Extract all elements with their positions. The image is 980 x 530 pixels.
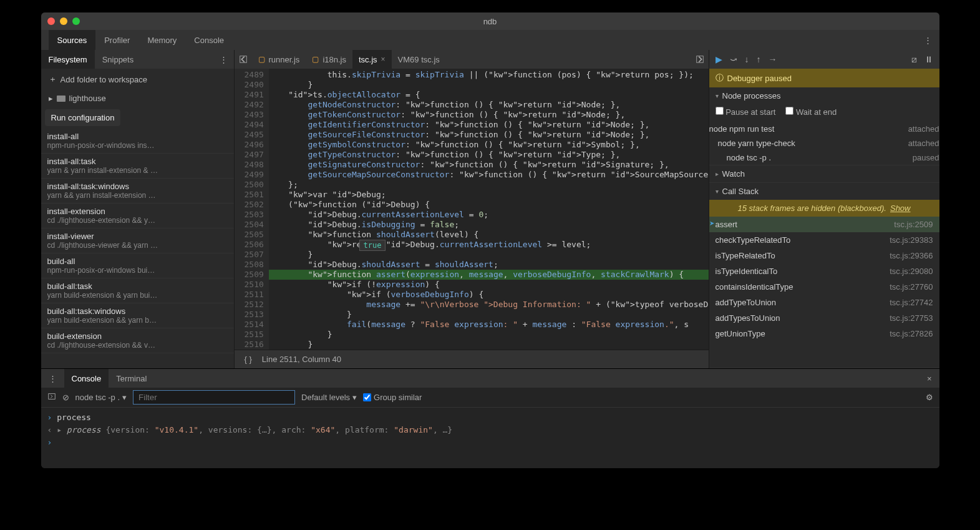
folder-icon [57,96,65,102]
script-item[interactable]: install-all:task:windowsyarn && yarn ins… [41,179,234,204]
script-item[interactable]: install-allnpm-run-posix-or-windows ins… [41,129,234,154]
stack-frame[interactable]: checkTypeRelatedTotsc.js:29383 [709,232,939,248]
stack-frame[interactable]: asserttsc.js:2509 [709,217,939,232]
resume-icon[interactable]: ▶ [716,54,722,64]
file-tab-label: tsc.js [359,55,377,64]
checkbox-label: Group similar [374,393,422,402]
console-line[interactable]: › process [47,411,933,424]
script-item[interactable]: build-allnpm-run-posix-or-windows bui… [41,253,234,278]
file-tab-tsc[interactable]: tsc.js× [352,50,392,69]
nav-back-icon[interactable] [235,50,252,69]
script-name: build-all [47,257,228,266]
step-out-icon[interactable]: ↑ [757,54,761,64]
window-title: ndb [41,17,939,26]
gear-icon[interactable]: ⚙ [926,393,933,402]
frame-location: tsc.js:29383 [890,235,933,245]
tree-item-lighthouse[interactable]: ▸ lighthouse [41,90,234,107]
stack-frame[interactable]: containsIdenticalTypetsc.js:27760 [709,279,939,295]
sidebar-menu-icon[interactable]: ⋮ [213,50,234,69]
levels-label: Default levels [301,393,350,402]
show-link[interactable]: Show [890,204,911,213]
console-output[interactable]: › process‹ ▸ process {version: "v10.4.1"… [41,408,939,468]
frame-location: tsc.js:27742 [890,298,933,307]
filter-input[interactable] [133,390,295,405]
console-prompt[interactable]: › [47,436,933,449]
script-item[interactable]: install-viewercd ./lighthouse-viewer && … [41,228,234,253]
call-stack-header[interactable]: ▾Call Stack [709,183,939,200]
tab-filesystem[interactable]: Filesystem [41,50,95,69]
pause-at-start-checkbox[interactable]: Pause at start [716,107,776,117]
drawer-menu-icon[interactable]: ⋮ [41,369,64,388]
tab-memory[interactable]: Memory [138,30,185,50]
section-title: Watch [722,169,745,179]
frame-name: isTypeRelatedTo [716,251,775,260]
script-item[interactable]: build-all:taskyarn build-extension & yar… [41,278,234,303]
stack-frame[interactable]: addTypeToUniontsc.js:27742 [709,295,939,310]
process-item[interactable]: node npm run testattached [709,122,939,136]
context-selector[interactable]: node tsc -p . ▾ [75,393,127,402]
close-drawer-icon[interactable]: × [919,369,939,388]
clear-console-icon[interactable]: ⊘ [62,393,69,402]
section-title: Call Stack [722,187,759,196]
frame-name: addTypeToUnion [716,298,777,307]
tab-profiler[interactable]: Profiler [95,30,138,50]
script-cmd: yarn build-extension & yarn bui… [47,291,228,300]
main-menu-icon[interactable]: ⋮ [916,30,939,50]
file-tab-label: runner.js [269,55,300,64]
frame-location: tsc.js:2509 [894,220,933,229]
chevron-right-icon: ▸ [716,170,719,177]
chevron-down-icon: ▾ [716,188,719,195]
process-name: node tsc -p . [727,153,772,162]
chevron-right-icon: ▸ [49,94,53,103]
section-title: Node processes [722,91,781,101]
script-item[interactable]: build-extensioncd ./lighthouse-extension… [41,328,234,353]
watch-header[interactable]: ▸Watch [709,165,939,182]
file-tab-runner[interactable]: ▢runner.js [252,50,306,69]
script-item[interactable]: install-extensioncd ./lighthouse-extensi… [41,204,234,228]
script-cmd: cd ./lighthouse-extension && v… [47,341,228,350]
deactivate-breakpoints-icon[interactable]: ⧄ [911,54,917,65]
stack-frame[interactable]: isTypeRelatedTotsc.js:29366 [709,248,939,263]
tab-terminal[interactable]: Terminal [109,369,154,388]
console-toolbar: ⊘ node tsc -p . ▾ Default levels ▾ Group… [41,388,939,408]
process-status: attached [908,139,939,148]
tab-sources[interactable]: Sources [49,30,96,50]
step-icon[interactable]: → [769,54,777,64]
stack-frame[interactable]: addTypesToUniontsc.js:27753 [709,310,939,326]
stack-frame[interactable]: getUnionTypetsc.js:27826 [709,326,939,341]
close-icon[interactable]: × [381,55,386,64]
pretty-print-icon[interactable]: { } [245,355,252,364]
node-processes-header[interactable]: ▾Node processes [709,87,939,104]
log-levels-selector[interactable]: Default levels ▾ [301,393,357,402]
pause-exceptions-icon[interactable]: ⏸ [924,54,933,64]
script-item[interactable]: install-all:taskyarn & yarn install-exte… [41,154,234,179]
file-tab-vm69[interactable]: VM69 tsc.js [392,50,446,69]
step-into-icon[interactable]: ↓ [745,54,749,64]
frame-name: checkTypeRelatedTo [716,235,791,245]
code-area[interactable]: this.skipTrivia = skipTrivia || ("kw">fu… [269,69,709,350]
frame-name: isTypeIdenticalTo [716,267,778,276]
show-navigator-icon[interactable] [691,50,709,69]
script-cmd: npm-run-posix-or-windows ins… [47,141,228,150]
debugger-paused-banner: ⓘ Debugger paused [709,69,939,87]
script-item[interactable]: build-all:task:windowsyarn build-extensi… [41,303,234,328]
script-name: build-extension [47,331,228,341]
wait-at-end-checkbox[interactable]: Wait at end [785,107,837,117]
console-line[interactable]: ‹ ▸ process {version: "v10.4.1", version… [47,424,933,436]
stack-frame[interactable]: isTypeIdenticalTotsc.js:29080 [709,263,939,279]
add-folder-button[interactable]: ＋ Add folder to workspace [41,69,234,90]
titlebar: ndb [41,12,939,30]
code-editor[interactable]: 2489249024912492249324942495249624972498… [235,69,709,350]
step-over-icon[interactable]: ⤻ [730,54,737,64]
tab-snippets[interactable]: Snippets [95,50,142,69]
group-similar-checkbox[interactable]: Group similar [363,393,422,402]
process-item[interactable]: node yarn type-checkattached [709,136,939,150]
process-name: node npm run test [709,124,775,134]
tab-console[interactable]: Console [185,30,233,50]
file-tab-i18n[interactable]: ▢i18n.js [306,50,352,69]
toggle-sidebar-icon[interactable] [47,392,56,403]
process-item[interactable]: node tsc -p .paused [709,150,939,165]
script-cmd: cd ./lighthouse-extension && y… [47,216,228,225]
tab-console-drawer[interactable]: Console [64,369,109,388]
checkbox-label: Wait at end [796,107,837,117]
